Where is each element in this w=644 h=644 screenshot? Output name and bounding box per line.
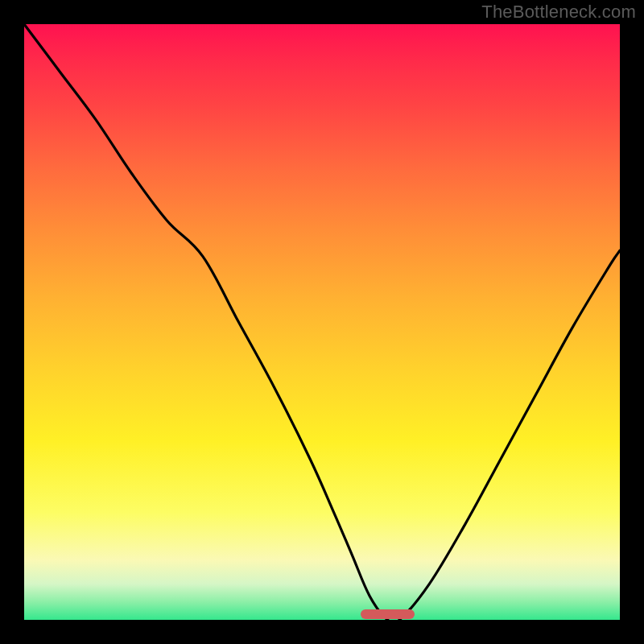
chart-frame: TheBottleneck.com: [0, 0, 644, 644]
optimal-range-marker: [361, 609, 415, 619]
watermark-text: TheBottleneck.com: [481, 2, 636, 23]
bottleneck-curve: [24, 24, 620, 620]
curve-layer: [24, 24, 620, 620]
plot-area: [24, 24, 620, 620]
